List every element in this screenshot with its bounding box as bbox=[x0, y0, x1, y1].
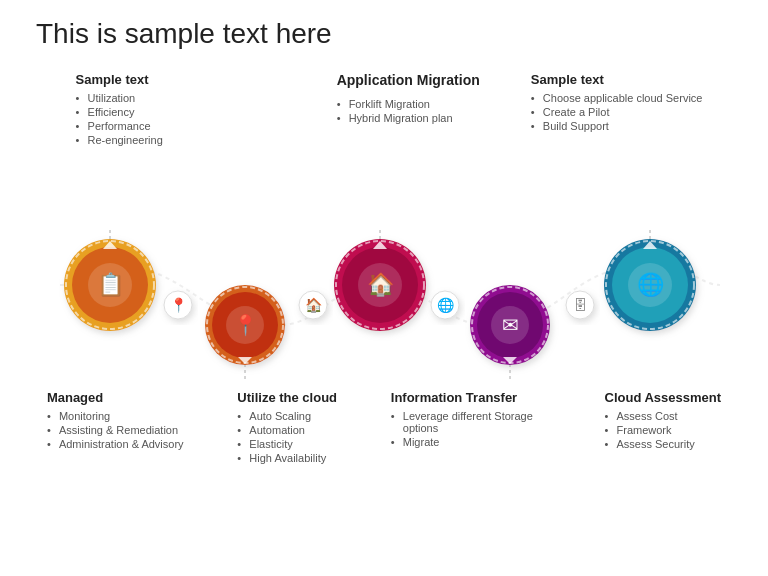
svg-text:📋: 📋 bbox=[97, 271, 125, 298]
svg-text:🗄: 🗄 bbox=[573, 297, 587, 313]
list-item: Elasticity bbox=[237, 437, 337, 451]
list-item: Monitoring bbox=[47, 409, 184, 423]
top-label-3: Sample text Choose applicable cloud Serv… bbox=[531, 72, 703, 147]
page-title: This is sample text here bbox=[36, 18, 332, 50]
svg-text:🏠: 🏠 bbox=[305, 297, 323, 314]
list-item: Administration & Advisory bbox=[47, 437, 184, 451]
list-item: Framework bbox=[605, 423, 722, 437]
top-label-2-list: Forklift Migration Hybrid Migration plan bbox=[337, 97, 480, 125]
top-label-1: Sample text Utilization Efficiency Perfo… bbox=[76, 72, 206, 147]
list-item: Migrate bbox=[391, 435, 551, 449]
svg-text:🌐: 🌐 bbox=[437, 297, 455, 314]
bottom-label-assessment-title: Cloud Assessment bbox=[605, 390, 722, 405]
list-item: Build Support bbox=[531, 119, 703, 133]
top-label-2-title: Application Migration bbox=[337, 72, 480, 89]
list-item: Create a Pilot bbox=[531, 105, 703, 119]
list-item: Hybrid Migration plan bbox=[337, 111, 480, 125]
list-item: Re-engineering bbox=[76, 133, 206, 147]
bottom-assessment-list: Assess Cost Framework Assess Security bbox=[605, 409, 722, 451]
bottom-managed-list: Monitoring Assisting & Remediation Admin… bbox=[47, 409, 184, 451]
list-item: Assisting & Remediation bbox=[47, 423, 184, 437]
bottom-transfer-list: Leverage different Storage options Migra… bbox=[391, 409, 551, 449]
list-item: Utilization bbox=[76, 91, 206, 105]
bottom-cloud-list: Auto Scaling Automation Elasticity High … bbox=[237, 409, 337, 465]
list-item: Assess Security bbox=[605, 437, 722, 451]
list-item: Choose applicable cloud Service bbox=[531, 91, 703, 105]
list-item: Leverage different Storage options bbox=[391, 409, 551, 435]
list-item: Performance bbox=[76, 119, 206, 133]
flow-diagram: 📋 📍 🏠 ✉ 🌐 📍 🏠 🌐 🗄 bbox=[0, 195, 768, 395]
bottom-label-cloud-title: Utilize the cloud bbox=[237, 390, 337, 405]
bottom-label-transfer: Information Transfer Leverage different … bbox=[391, 390, 551, 465]
list-item: Efficiency bbox=[76, 105, 206, 119]
list-item: Assess Cost bbox=[605, 409, 722, 423]
bottom-label-cloud: Utilize the cloud Auto Scaling Automatio… bbox=[237, 390, 337, 465]
top-label-1-title: Sample text bbox=[76, 72, 206, 87]
top-label-3-title: Sample text bbox=[531, 72, 703, 87]
bottom-labels-container: Managed Monitoring Assisting & Remediati… bbox=[0, 390, 768, 465]
bottom-label-managed-title: Managed bbox=[47, 390, 184, 405]
bottom-label-assessment: Cloud Assessment Assess Cost Framework A… bbox=[605, 390, 722, 465]
list-item: Auto Scaling bbox=[237, 409, 337, 423]
list-item: Automation bbox=[237, 423, 337, 437]
bottom-label-managed: Managed Monitoring Assisting & Remediati… bbox=[47, 390, 184, 465]
svg-text:🌐: 🌐 bbox=[637, 271, 665, 298]
top-label-1-list: Utilization Efficiency Performance Re-en… bbox=[76, 91, 206, 147]
svg-text:🏠: 🏠 bbox=[367, 271, 395, 298]
top-label-2: Application Migration Forklift Migration… bbox=[337, 72, 480, 147]
svg-text:✉: ✉ bbox=[502, 314, 519, 336]
top-labels-container: Sample text Utilization Efficiency Perfo… bbox=[0, 72, 768, 147]
list-item: High Availability bbox=[237, 451, 337, 465]
top-label-3-list: Choose applicable cloud Service Create a… bbox=[531, 91, 703, 133]
bottom-label-transfer-title: Information Transfer bbox=[391, 390, 551, 405]
list-item: Forklift Migration bbox=[337, 97, 480, 111]
svg-text:📍: 📍 bbox=[233, 313, 258, 337]
svg-text:📍: 📍 bbox=[170, 297, 188, 314]
